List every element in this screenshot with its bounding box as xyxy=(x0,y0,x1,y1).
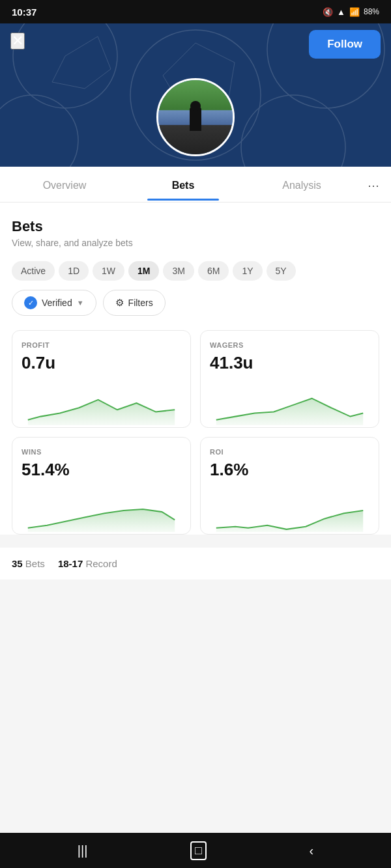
stat-card-roi: ROI 1.6% xyxy=(200,437,379,535)
filter-5y[interactable]: 5Y xyxy=(267,261,296,281)
tab-bar: Overview Bets Analysis ⋯ xyxy=(0,167,391,203)
bets-count: 35 xyxy=(12,558,23,569)
verified-icon: ✓ xyxy=(24,296,37,309)
filter-active[interactable]: Active xyxy=(12,261,55,281)
status-bar: 10:37 🔇 ▲ 📶 88% xyxy=(0,0,391,23)
svg-point-4 xyxy=(241,95,345,167)
filter-1m[interactable]: 1M xyxy=(128,261,159,281)
wagers-value: 41.3u xyxy=(210,353,369,373)
roi-value: 1.6% xyxy=(210,460,369,480)
avatar xyxy=(156,78,235,156)
chevron-down-icon: ▼ xyxy=(77,299,84,307)
filter-6m[interactable]: 6M xyxy=(198,261,229,281)
svg-point-3 xyxy=(0,95,78,167)
svg-marker-5 xyxy=(52,36,111,89)
verified-label: Verified xyxy=(42,298,72,308)
battery-label: 88% xyxy=(364,7,379,16)
svg-marker-9 xyxy=(28,509,175,532)
avatar-image xyxy=(158,80,233,154)
stat-card-wagers: WAGERS 41.3u xyxy=(200,330,379,428)
section-subtitle: View, share, and analyze bets xyxy=(12,238,379,248)
filters-button[interactable]: ⚙ Filters xyxy=(103,290,166,316)
filter-1d[interactable]: 1D xyxy=(59,261,89,281)
tab-analysis[interactable]: Analysis xyxy=(242,168,361,201)
wins-label: WINS xyxy=(22,448,181,456)
bottom-nav: ||| □ ‹ xyxy=(0,833,391,868)
filters-label: Filters xyxy=(128,298,153,308)
wins-value: 51.4% xyxy=(22,460,181,480)
nav-menu-icon[interactable]: ||| xyxy=(78,843,88,858)
wifi-icon: ▲ xyxy=(337,7,345,17)
stat-card-profit: PROFIT 0.7u xyxy=(12,330,191,428)
signal-icon: 📶 xyxy=(349,7,360,17)
bets-summary-label: Bets xyxy=(25,558,45,569)
profit-chart xyxy=(22,380,181,425)
filter-1y[interactable]: 1Y xyxy=(233,261,262,281)
profit-value: 0.7u xyxy=(22,353,181,373)
main-content: Bets View, share, and analyze bets Activ… xyxy=(0,203,391,535)
roi-label: ROI xyxy=(210,448,369,456)
share-button[interactable]: ⋯ xyxy=(361,167,386,202)
stats-grid: PROFIT 0.7u WAGERS 41.3u xyxy=(12,330,379,535)
tab-overview[interactable]: Overview xyxy=(5,168,124,201)
wagers-label: WAGERS xyxy=(210,341,369,349)
wagers-chart xyxy=(210,380,369,425)
filter-3m[interactable]: 3M xyxy=(163,261,194,281)
status-icons: 🔇 ▲ 📶 88% xyxy=(323,7,379,17)
bottom-summary: 35 Bets 18-17 Record xyxy=(0,548,391,580)
record-summary: 18-17 Record xyxy=(58,558,117,569)
filter-1w[interactable]: 1W xyxy=(93,261,124,281)
nav-home-icon[interactable]: □ xyxy=(190,841,207,860)
filter-sliders-icon: ⚙ xyxy=(115,297,124,309)
verified-filter-button[interactable]: ✓ Verified ▼ xyxy=(12,290,96,316)
filter-buttons-row: ✓ Verified ▼ ⚙ Filters xyxy=(12,290,379,316)
record-value: 18-17 xyxy=(58,558,83,569)
close-button[interactable]: ✕ xyxy=(10,33,25,49)
time-filter-row: Active 1D 1W 1M 3M 6M 1Y 5Y xyxy=(12,261,379,281)
svg-marker-7 xyxy=(28,400,175,425)
section-title: Bets xyxy=(12,218,379,235)
wins-chart xyxy=(22,486,181,532)
stat-card-wins: WINS 51.4% xyxy=(12,437,191,535)
profit-label: PROFIT xyxy=(22,341,181,349)
hero-section: ✕ Follow xyxy=(0,23,391,167)
nav-back-icon[interactable]: ‹ xyxy=(309,843,313,858)
tab-bets[interactable]: Bets xyxy=(124,168,242,201)
mute-icon: 🔇 xyxy=(323,7,333,17)
bets-summary: 35 Bets xyxy=(12,558,45,569)
status-time: 10:37 xyxy=(12,7,36,18)
record-label: Record xyxy=(85,558,117,569)
roi-chart xyxy=(210,486,369,532)
follow-button[interactable]: Follow xyxy=(309,30,381,59)
